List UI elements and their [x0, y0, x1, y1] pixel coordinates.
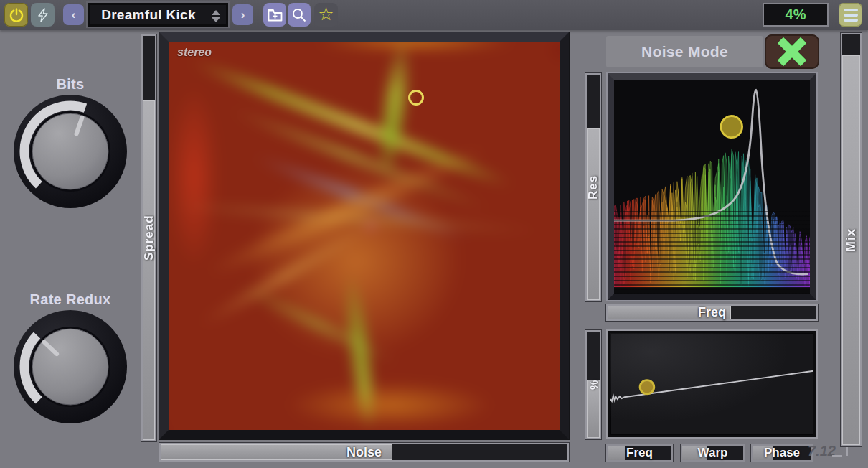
visualizer-image: stereo [169, 42, 560, 430]
rate-redux-label: Rate Redux [0, 291, 141, 308]
preset-name: Dreamful Kick [101, 7, 214, 23]
search-icon [292, 8, 306, 22]
chevron-left-icon: ‹ [72, 9, 76, 21]
power-button[interactable] [4, 3, 28, 27]
main-visualizer-pad[interactable]: stereo [159, 32, 569, 439]
folder-plus-icon [268, 8, 283, 22]
star-icon: ☆ [318, 5, 334, 23]
warp-plot [610, 333, 813, 435]
spread-slider[interactable]: Spread [141, 34, 156, 441]
freq-label: Freq [608, 306, 816, 319]
noise-slider[interactable]: Noise [159, 443, 569, 462]
menu-button[interactable] [839, 3, 862, 27]
close-icon [778, 37, 806, 66]
toolbar: ‹ Dreamful Kick › [0, 0, 868, 30]
res-slider[interactable]: Res [585, 73, 601, 301]
noise-spectrum-display[interactable] [606, 72, 818, 301]
noise-mode-title: Noise Mode [641, 43, 728, 60]
mix-label: Mix [842, 34, 860, 445]
preset-prev-button[interactable]: ‹ [63, 4, 84, 25]
warp-mode-button[interactable]: Warp [681, 444, 745, 462]
close-noise-mode-button[interactable] [765, 34, 819, 69]
freq-slider[interactable]: Freq [606, 304, 818, 321]
noise-mode-header: Noise Mode [606, 36, 763, 67]
freq-mode-button[interactable]: Freq [606, 444, 673, 462]
channel-label: stereo [177, 46, 212, 59]
rate-redux-knob[interactable] [13, 309, 128, 424]
value-display-text: 4% [786, 6, 806, 23]
bits-label: Bits [0, 76, 141, 93]
phase-mode-label: Phase [753, 446, 811, 460]
percent-slider[interactable]: % [585, 330, 601, 439]
bypass-button[interactable] [31, 3, 55, 27]
favorite-button[interactable]: ☆ [314, 3, 338, 27]
spectrum-marker[interactable] [721, 116, 742, 137]
phase-mode-button[interactable]: Phase [751, 444, 813, 462]
power-icon [9, 8, 24, 22]
lightning-icon [37, 8, 49, 22]
search-button[interactable] [288, 3, 311, 27]
spectrum-scanlines [614, 208, 810, 294]
warp-mode-label: Warp [682, 446, 743, 460]
noise-label: Noise [161, 444, 567, 460]
bits-knob[interactable] [13, 94, 128, 209]
value-display: 4% [763, 3, 829, 27]
warp-display[interactable] [606, 329, 818, 439]
preset-select[interactable]: Dreamful Kick [88, 3, 228, 27]
spread-label: Spread [143, 36, 155, 440]
plugin-window: ‹ Dreamful Kick › [0, 0, 868, 468]
preset-next-button[interactable]: › [232, 4, 253, 25]
chevron-right-icon: › [241, 9, 245, 21]
save-preset-button[interactable] [263, 3, 286, 27]
freq-mode-label: Freq [608, 446, 671, 460]
mix-slider[interactable]: Mix [841, 33, 862, 446]
select-arrows-icon [212, 10, 220, 22]
spectrum-plot [614, 80, 810, 294]
percent-label: % [587, 332, 600, 438]
res-label: Res [587, 75, 600, 300]
menu-icon [844, 9, 858, 22]
